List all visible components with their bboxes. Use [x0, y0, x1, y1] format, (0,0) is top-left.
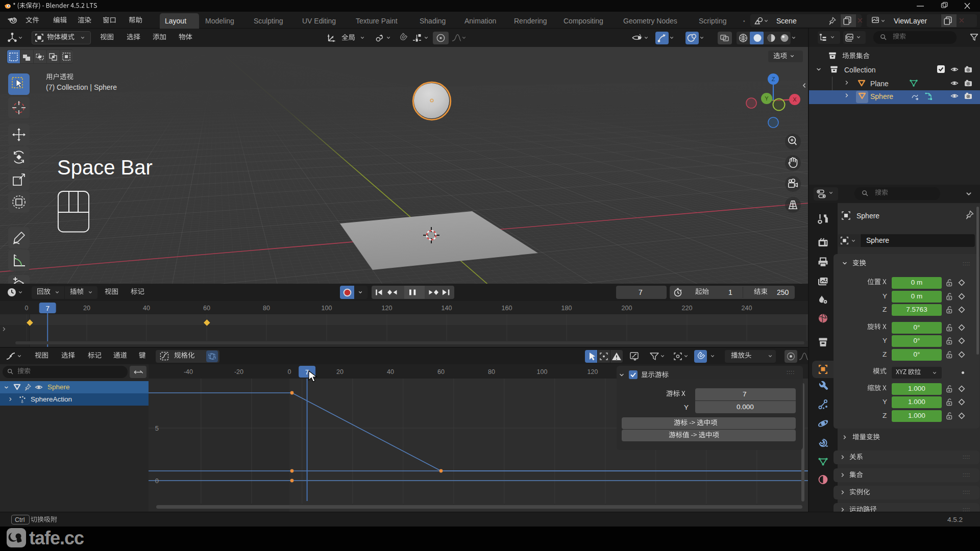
- svg-text:100: 100: [322, 305, 332, 312]
- svg-text:X: X: [793, 96, 797, 103]
- svg-text:0: 0: [288, 368, 291, 375]
- svg-text:-40: -40: [184, 368, 193, 375]
- svg-text:5: 5: [155, 424, 159, 432]
- svg-text:20: 20: [83, 305, 90, 312]
- svg-text:-20: -20: [234, 368, 243, 375]
- svg-text:20: 20: [336, 368, 344, 375]
- svg-text:40: 40: [387, 368, 394, 375]
- svg-text:60: 60: [203, 305, 210, 312]
- svg-text:180: 180: [561, 305, 572, 312]
- svg-text:7: 7: [45, 305, 50, 312]
- svg-text:220: 220: [682, 305, 693, 312]
- svg-text:80: 80: [488, 368, 495, 375]
- svg-text:160: 160: [502, 305, 512, 312]
- svg-text:120: 120: [587, 368, 598, 375]
- svg-text:Y: Y: [765, 95, 769, 102]
- svg-text:0: 0: [25, 305, 29, 312]
- svg-text:100: 100: [537, 368, 548, 375]
- svg-text:Z: Z: [772, 76, 775, 82]
- svg-text:40: 40: [143, 305, 150, 312]
- svg-text:240: 240: [742, 305, 752, 312]
- svg-text:200: 200: [622, 305, 632, 312]
- svg-text:140: 140: [442, 305, 452, 312]
- svg-text:0: 0: [155, 477, 159, 485]
- svg-text:60: 60: [437, 368, 445, 375]
- svg-text:80: 80: [263, 305, 270, 312]
- svg-text:120: 120: [382, 305, 393, 312]
